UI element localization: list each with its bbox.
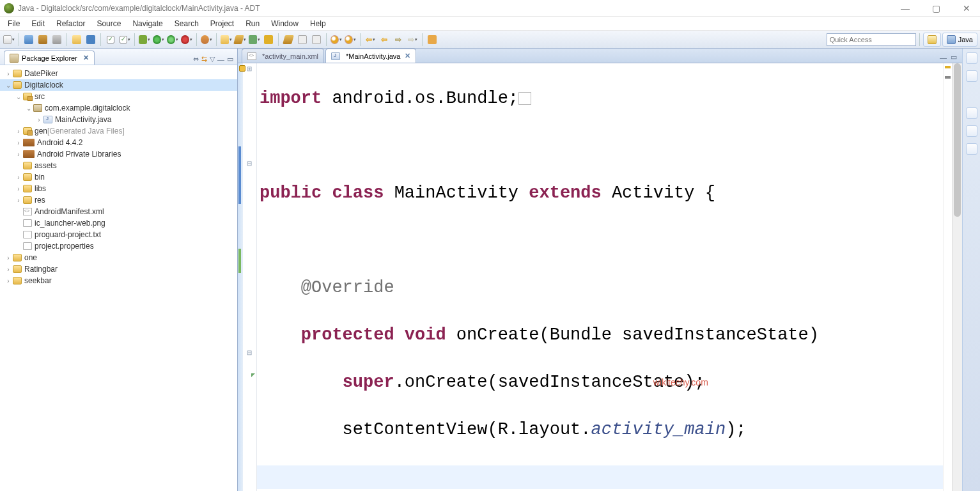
tree-libs[interactable]: ›libs [0, 183, 237, 194]
javadoc-view-button[interactable] [966, 125, 977, 137]
view-menu-button[interactable]: ▽ [210, 55, 215, 63]
close-icon[interactable]: ✕ [83, 54, 89, 62]
problems-view-button[interactable] [966, 107, 977, 119]
print-button[interactable] [51, 33, 63, 46]
maximize-button[interactable]: ▢ [926, 3, 945, 13]
menu-refactor[interactable]: Refactor [51, 18, 90, 29]
java-icon [331, 52, 340, 60]
menu-file[interactable]: File [3, 18, 25, 29]
tree-project-seekbar[interactable]: ›seekbar [0, 275, 237, 286]
menu-search[interactable]: Search [169, 18, 204, 29]
package-explorer-tab[interactable]: Package Explorer ✕ [4, 51, 95, 65]
tree-bin[interactable]: ›bin [0, 171, 237, 183]
menu-project[interactable]: Project [205, 18, 239, 29]
fold-method2-icon[interactable]: ⊟ [247, 349, 252, 356]
toggle-whitespace-button[interactable] [310, 33, 323, 46]
open-perspective-button[interactable] [923, 33, 941, 47]
editor-gutter[interactable]: ⊞ ⊟ ⊟ [238, 63, 257, 491]
window-title: Java - Digitalclock/src/com/example/digi… [18, 4, 260, 13]
quick-access-input[interactable] [827, 33, 916, 46]
new-button[interactable] [3, 33, 15, 46]
editor-maximize-button[interactable]: ▭ [951, 53, 957, 61]
menu-run[interactable]: Run [240, 18, 265, 29]
project-tree[interactable]: ›DatePiker ⌄Digitalclock ⌄src ⌄com.examp… [0, 65, 237, 491]
menu-help[interactable]: Help [305, 18, 331, 29]
tree-gen[interactable]: ›gen [Generated Java Files] [0, 125, 237, 137]
tab-close-icon[interactable]: ✕ [405, 52, 410, 60]
open-type-button[interactable] [262, 33, 275, 46]
perspective-java[interactable]: Java [942, 33, 977, 47]
annotation-next-button[interactable] [344, 33, 357, 46]
menu-edit[interactable]: Edit [26, 18, 50, 29]
task-list-button[interactable] [966, 70, 977, 82]
tree-proguard[interactable]: proguard-project.txt [0, 229, 237, 240]
menu-window[interactable]: Window [266, 18, 304, 29]
tree-project-datepiker[interactable]: ›DatePiker [0, 68, 237, 79]
tree-android-private[interactable]: ›Android Private Libraries [0, 148, 237, 160]
tree-project-properties[interactable]: project.properties [0, 240, 237, 252]
xml-icon [247, 52, 256, 60]
nav-back-button[interactable]: ⇦ [364, 33, 377, 46]
editor-pane: *activity_main.xml *MainActivity.java ✕ … [238, 49, 962, 491]
link-editor-button[interactable]: ⇆ [201, 55, 207, 63]
new-interface-button[interactable] [248, 33, 261, 46]
nav-fwd-button[interactable]: ⇨ [392, 33, 405, 46]
add-marker [238, 249, 241, 273]
tree-assets[interactable]: assets [0, 160, 237, 171]
fold-import-icon[interactable]: ⊞ [247, 65, 252, 72]
sdk-manager-button[interactable] [70, 33, 83, 46]
tree-project-digitalclock[interactable]: ⌄Digitalclock [0, 79, 237, 91]
build-button[interactable] [200, 33, 213, 46]
external-tools-button[interactable] [180, 33, 193, 46]
fold-method1-icon[interactable]: ⊟ [247, 160, 252, 167]
run-button[interactable] [152, 33, 165, 46]
main-toolbar: ⇦ ⇦ ⇨ ⇨ Java [0, 31, 980, 49]
tree-src[interactable]: ⌄src [0, 91, 237, 102]
vertical-scrollbar[interactable] [952, 63, 962, 491]
overview-ruler[interactable] [943, 63, 952, 491]
change-marker [238, 146, 241, 204]
toggle-block-button[interactable] [296, 33, 309, 46]
annotation-prev-button[interactable] [330, 33, 343, 46]
editor-tabs: *activity_main.xml *MainActivity.java ✕ … [238, 49, 962, 63]
tree-res[interactable]: ›res [0, 194, 237, 206]
pin-editor-button[interactable] [426, 33, 439, 46]
editor-minimize-button[interactable]: — [940, 54, 947, 61]
tree-package[interactable]: ⌄com.example.digitalclock [0, 102, 237, 114]
nav-back2-button[interactable]: ⇦ [378, 33, 391, 46]
minimize-button[interactable]: — [896, 3, 915, 13]
collapse-all-button[interactable]: ⇔ [193, 55, 199, 63]
editor-tab-activity-main[interactable]: *activity_main.xml [242, 49, 324, 63]
tree-launcher-png[interactable]: ic_launcher-web.png [0, 217, 237, 229]
run-last-button[interactable] [166, 33, 179, 46]
declaration-view-button[interactable] [966, 143, 977, 155]
debug-button[interactable] [138, 33, 151, 46]
minimize-view-button[interactable]: — [217, 56, 224, 63]
maximize-view-button[interactable]: ▭ [227, 55, 233, 63]
save-all-button[interactable] [36, 33, 49, 46]
avd-manager-button[interactable] [84, 33, 97, 46]
new-class-button[interactable] [234, 33, 247, 46]
tree-project-one[interactable]: ›one [0, 252, 237, 263]
menu-source[interactable]: Source [91, 18, 126, 29]
tree-mainactivity[interactable]: ›MainActivity.java [0, 114, 237, 125]
editor-tab-mainactivity[interactable]: *MainActivity.java ✕ [325, 49, 416, 63]
nav-fwd2-button[interactable]: ⇨ [406, 33, 419, 46]
lint-button[interactable] [104, 33, 117, 46]
override-marker[interactable] [251, 373, 255, 377]
outline-view-button[interactable] [966, 52, 977, 64]
menu-navigate[interactable]: Navigate [127, 18, 167, 29]
lint-dropdown[interactable] [118, 33, 131, 46]
close-button[interactable]: ✕ [957, 3, 976, 13]
fast-view-bar [962, 49, 980, 491]
tree-android-sdk[interactable]: ›Android 4.4.2 [0, 137, 237, 148]
new-package-button[interactable] [220, 33, 233, 46]
warning-marker[interactable] [239, 65, 245, 72]
toggle-mark-button[interactable] [282, 33, 295, 46]
scrollbar-thumb[interactable] [954, 63, 961, 217]
tree-manifest[interactable]: AndroidManifest.xml [0, 206, 237, 217]
tree-project-ratingbar[interactable]: ›Ratingbar [0, 263, 237, 275]
save-button[interactable] [22, 33, 35, 46]
code-area[interactable]: import android.os.Bundle; public class M… [257, 63, 943, 491]
package-explorer-pane: Package Explorer ✕ ⇔ ⇆ ▽ — ▭ ›DatePiker … [0, 49, 238, 491]
